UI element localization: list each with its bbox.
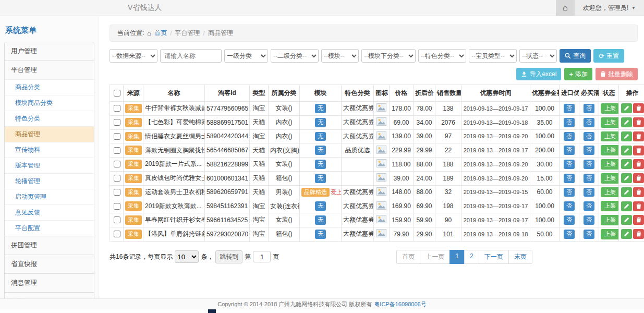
delete-button[interactable]: [633, 131, 644, 141]
row-checkbox[interactable]: [114, 133, 120, 140]
edit-button[interactable]: [621, 215, 632, 225]
delete-button[interactable]: [633, 146, 644, 155]
page-button[interactable]: 下一页: [479, 250, 509, 264]
page-number-input[interactable]: [253, 251, 271, 262]
delete-button[interactable]: [633, 159, 644, 169]
must-buy-badge[interactable]: 否: [584, 104, 594, 113]
status-badge[interactable]: 上架: [601, 215, 619, 225]
must-buy-badge[interactable]: 否: [584, 188, 594, 197]
import-select-badge[interactable]: 否: [564, 104, 575, 113]
row-checkbox[interactable]: [114, 189, 120, 196]
filter-module-select[interactable]: --模块--: [321, 49, 359, 63]
must-buy-badge[interactable]: 否: [584, 174, 594, 183]
sidebar-item[interactable]: 拼团管理: [5, 236, 94, 255]
must-buy-badge[interactable]: 否: [584, 132, 594, 141]
search-button[interactable]: 查询: [560, 49, 591, 63]
status-badge[interactable]: 上架: [601, 117, 619, 128]
sidebar-item[interactable]: 模块商品分类: [5, 95, 94, 111]
delete-button[interactable]: [633, 103, 644, 113]
filter-status-select[interactable]: --状态--: [519, 49, 557, 63]
sidebar-item[interactable]: 平台管理: [5, 61, 94, 79]
sidebar-item[interactable]: 省直快报: [5, 255, 94, 273]
edit-button[interactable]: [621, 146, 632, 155]
sidebar-item[interactable]: 特色分类: [5, 111, 94, 126]
status-badge[interactable]: 上架: [601, 187, 619, 198]
must-buy-badge[interactable]: 否: [584, 215, 594, 225]
sidebar-item[interactable]: 平台配置: [5, 220, 94, 236]
page-button[interactable]: 1: [449, 250, 465, 264]
row-checkbox[interactable]: [114, 147, 120, 154]
edit-button[interactable]: [621, 173, 632, 183]
status-badge[interactable]: 上架: [601, 131, 619, 142]
import-select-badge[interactable]: 否: [564, 188, 575, 197]
edit-button[interactable]: [621, 159, 632, 169]
edit-button[interactable]: [621, 131, 632, 141]
add-button[interactable]: + 添加: [564, 68, 592, 80]
page-button[interactable]: 2: [464, 250, 479, 264]
page-button[interactable]: 首页: [396, 250, 420, 264]
page-button[interactable]: 末页: [508, 250, 532, 264]
must-buy-badge[interactable]: 否: [584, 201, 594, 211]
import-select-badge[interactable]: 否: [564, 230, 575, 239]
reset-button[interactable]: ⟳ 重置: [593, 49, 624, 63]
import-select-badge[interactable]: 否: [564, 118, 575, 127]
delete-button[interactable]: [633, 201, 644, 211]
delete-button[interactable]: [633, 117, 644, 127]
sidebar-item[interactable]: 用户管理: [5, 42, 94, 61]
status-badge[interactable]: 上架: [601, 201, 619, 211]
row-checkbox[interactable]: [114, 119, 120, 126]
filter-data-source-select[interactable]: --数据来源--: [110, 49, 157, 63]
edit-button[interactable]: [621, 117, 632, 127]
status-badge[interactable]: 上架: [601, 229, 619, 239]
import-excel-button[interactable]: 导入excel: [516, 68, 561, 80]
filter-level2-select[interactable]: --二级分类--: [271, 49, 319, 63]
filter-item-type-select[interactable]: --宝贝类型--: [469, 49, 517, 63]
edit-button[interactable]: [621, 229, 632, 239]
delete-button[interactable]: [633, 229, 644, 239]
filter-module-sub-select[interactable]: --模块下分类--: [361, 49, 416, 63]
user-menu[interactable]: 欢迎您，管理员! ▼: [575, 0, 644, 16]
jump-button[interactable]: 跳转到: [215, 250, 242, 263]
icp-link[interactable]: 粤ICP备16098006号: [374, 300, 426, 308]
breadcrumb-level1[interactable]: 平台管理: [175, 29, 200, 38]
filter-level1-select[interactable]: 一级分类: [224, 49, 268, 63]
sidebar-item[interactable]: 版本管理: [5, 158, 94, 173]
must-buy-badge[interactable]: 否: [584, 160, 594, 169]
sidebar-item[interactable]: 商品管理: [5, 126, 94, 142]
sidebar-item[interactable]: 意见反馈: [5, 204, 94, 220]
breadcrumb-home-link[interactable]: 首页: [154, 29, 167, 38]
import-select-badge[interactable]: 否: [564, 201, 575, 211]
must-buy-badge[interactable]: 否: [584, 146, 594, 155]
row-checkbox[interactable]: [114, 105, 120, 112]
filter-special-select[interactable]: --特色分类--: [418, 49, 466, 63]
must-buy-badge[interactable]: 否: [584, 230, 594, 239]
page-button[interactable]: 上一页: [420, 250, 450, 264]
sidebar-item[interactable]: 消息管理: [5, 273, 94, 292]
row-checkbox[interactable]: [114, 216, 120, 223]
must-buy-badge[interactable]: 否: [584, 118, 594, 127]
batch-delete-button[interactable]: 批量删除: [596, 68, 638, 80]
delete-button[interactable]: [633, 187, 644, 197]
row-checkbox[interactable]: [114, 161, 120, 167]
name-search-input[interactable]: [160, 49, 222, 63]
status-badge[interactable]: 上架: [601, 103, 619, 114]
import-select-badge[interactable]: 否: [564, 160, 575, 169]
import-select-badge[interactable]: 否: [564, 174, 575, 183]
import-select-badge[interactable]: 否: [564, 132, 575, 141]
status-badge[interactable]: 上架: [601, 173, 619, 184]
row-checkbox[interactable]: [114, 175, 120, 182]
sidebar-item[interactable]: 商品分类: [5, 79, 94, 95]
edit-button[interactable]: [621, 201, 632, 211]
row-checkbox[interactable]: [114, 231, 120, 237]
delete-button[interactable]: [633, 215, 644, 225]
sidebar-item[interactable]: 宣传物料: [5, 142, 94, 158]
import-select-badge[interactable]: 否: [564, 215, 575, 225]
delete-button[interactable]: [633, 173, 644, 183]
status-badge[interactable]: 上架: [601, 145, 619, 155]
sidebar-item[interactable]: 订单管理: [5, 292, 94, 298]
per-page-select[interactable]: 10: [175, 250, 199, 263]
import-select-badge[interactable]: 否: [564, 146, 575, 155]
select-all-checkbox[interactable]: [114, 90, 120, 97]
status-badge[interactable]: 上架: [601, 159, 619, 170]
home-button[interactable]: ⌂: [556, 0, 575, 16]
